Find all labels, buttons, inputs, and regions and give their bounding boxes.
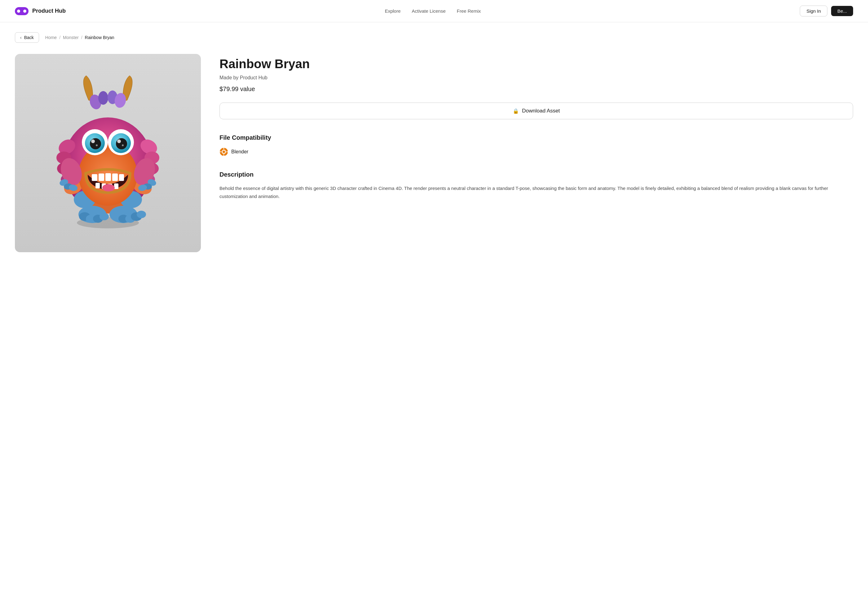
page-content: ‹ Back Home / Monster / Rainbow Bryan bbox=[0, 22, 868, 262]
svg-rect-23 bbox=[112, 174, 118, 181]
svg-point-34 bbox=[90, 138, 101, 149]
nav-free-remix[interactable]: Free Remix bbox=[457, 8, 481, 14]
file-compat-title: File Compatibility bbox=[220, 134, 853, 141]
back-button[interactable]: ‹ Back bbox=[15, 32, 39, 43]
breadcrumb-sep-2: / bbox=[81, 35, 83, 40]
product-title: Rainbow Bryan bbox=[220, 56, 853, 71]
product-details: Rainbow Bryan Made by Product Hub $79.99… bbox=[220, 54, 853, 200]
description-section: Description Behold the essence of digita… bbox=[220, 171, 853, 200]
download-button[interactable]: 🔒 Download Asset bbox=[220, 103, 853, 119]
svg-rect-20 bbox=[92, 174, 97, 181]
breadcrumb-current: Rainbow Bryan bbox=[85, 35, 114, 40]
breadcrumb-sep-1: / bbox=[59, 35, 61, 40]
product-price: $79.99 value bbox=[220, 85, 853, 93]
svg-rect-28 bbox=[114, 183, 118, 189]
monster-svg bbox=[52, 76, 164, 231]
product-image-container bbox=[15, 54, 201, 252]
svg-rect-24 bbox=[119, 174, 124, 181]
svg-point-2 bbox=[98, 91, 108, 105]
breadcrumb-monster[interactable]: Monster bbox=[63, 35, 79, 40]
navbar: Product Hub Explore Activate License Fre… bbox=[0, 0, 868, 22]
file-compatibility-section: File Compatibility Blender bbox=[220, 134, 853, 156]
description-title: Description bbox=[220, 171, 853, 178]
breadcrumb-home[interactable]: Home bbox=[45, 35, 57, 40]
svg-point-37 bbox=[117, 140, 121, 143]
svg-point-39 bbox=[122, 144, 124, 146]
signin-button[interactable]: Sign In bbox=[800, 6, 827, 16]
brand-name: Product Hub bbox=[32, 8, 66, 14]
svg-rect-22 bbox=[105, 173, 111, 181]
brand: Product Hub bbox=[15, 7, 66, 15]
back-label: Back bbox=[24, 35, 34, 40]
back-arrow-icon: ‹ bbox=[20, 35, 22, 40]
svg-point-58 bbox=[137, 211, 146, 218]
lock-icon: 🔒 bbox=[513, 108, 519, 114]
navbar-nav: Explore Activate License Free Remix bbox=[385, 8, 481, 14]
svg-point-38 bbox=[96, 144, 97, 146]
svg-point-29 bbox=[102, 184, 115, 191]
monster-image bbox=[15, 54, 201, 252]
svg-rect-25 bbox=[96, 183, 100, 188]
compat-blender-label: Blender bbox=[231, 149, 248, 155]
svg-point-61 bbox=[223, 150, 225, 153]
svg-point-35 bbox=[116, 138, 127, 149]
blender-icon bbox=[220, 147, 228, 156]
svg-rect-21 bbox=[99, 174, 104, 181]
download-label: Download Asset bbox=[522, 108, 560, 114]
brand-logo-icon bbox=[15, 7, 28, 15]
nav-activate-license[interactable]: Activate License bbox=[412, 8, 446, 14]
compat-blender: Blender bbox=[220, 147, 853, 156]
product-maker: Made by Product Hub bbox=[220, 75, 853, 81]
svg-point-52 bbox=[99, 213, 109, 220]
product-layout: Rainbow Bryan Made by Product Hub $79.99… bbox=[15, 54, 853, 252]
breadcrumb-items: Home / Monster / Rainbow Bryan bbox=[45, 35, 114, 40]
breadcrumb: ‹ Back Home / Monster / Rainbow Bryan bbox=[15, 32, 853, 43]
svg-point-36 bbox=[91, 140, 95, 143]
begin-button[interactable]: Be... bbox=[831, 6, 853, 16]
nav-actions: Sign In Be... bbox=[800, 6, 853, 16]
nav-explore[interactable]: Explore bbox=[385, 8, 400, 14]
app-container: Product Hub Explore Activate License Fre… bbox=[0, 0, 868, 589]
description-text: Behold the essence of digital artistry w… bbox=[220, 184, 853, 200]
